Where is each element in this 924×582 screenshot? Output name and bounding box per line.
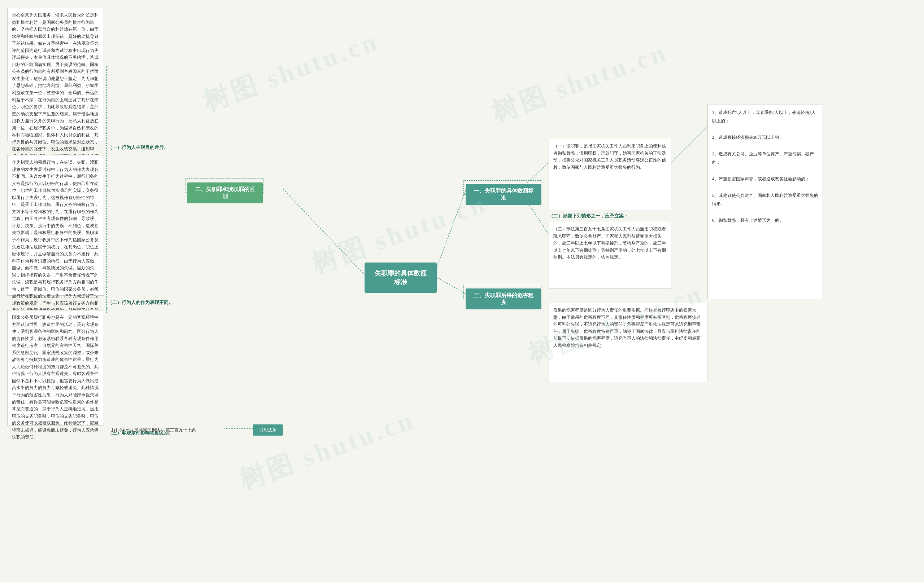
content-box-criminal-law: （三）刑法第三百九十七条国家机关工作人员滥用职权或者玩忽职守，致使公共财产、国家… xyxy=(549,222,672,288)
content-box-objective-conditions: 国家公务员履行职务也是在一定的客观环境中方面认识世界、改造世界的活动，受到客观条… xyxy=(7,310,104,426)
svg-line-6 xyxy=(436,191,465,270)
watermark-1: 树图 shutu.cn xyxy=(198,23,384,119)
svg-line-5 xyxy=(283,189,364,274)
central-node: 失职罪的具体数额标准 xyxy=(365,263,437,293)
content-box-action-difference: 作为指责人的积极行为，在失误、失职、渎职现象的发生发展过程中，行为人的作为表现各… xyxy=(7,155,104,296)
section-header-amount: 一、失职罪的具体数额标准 xyxy=(465,184,541,205)
section-header-difference: 二、失职罪和渎职罪的区别 xyxy=(187,182,263,203)
citation-bar: 引用法条 xyxy=(252,424,283,436)
svg-line-7 xyxy=(436,277,465,294)
sub-header-circumstances: （二）涉嫌下列情形之一，应予立案： xyxy=(549,213,629,219)
content-box-dereliction-def: （一）渎职罪，是指国家机关工作人员利用职务上的便利或者徇私舞弊，滥用职权，玩忽职… xyxy=(549,139,672,211)
content-box-harm-degree: 后果的危害程度是区分行为人责任的重要依据。同样是履行职务中的损害大意，由于后果的… xyxy=(549,303,708,382)
sub-header-subjective: （一）行为人主观目的差异。 xyxy=(107,144,168,151)
section-header-harm-degree: 三、失职罪后果的危害程度 xyxy=(465,288,541,309)
sub-header-action: （二）行为人的作为表现不同。 xyxy=(107,299,173,306)
content-box-subjective-purpose: 全心全意为人民服务，谋求人民群众的长远利益和根本利益，是国家公务员的根本行为目的… xyxy=(7,8,104,141)
svg-line-10 xyxy=(672,126,708,162)
content-box-list-items: 1、造成死亡1人以上，或者重伤2人以上，或者轻伤5人以上的； 2、造成直接经济损… xyxy=(708,105,823,299)
citation-text: [1]《中华人民共和国刑法》 第三百九十七条 xyxy=(112,427,196,434)
watermark-5: 树图 shutu.cn xyxy=(234,402,420,498)
watermark-2: 树图 shutu.cn xyxy=(487,34,672,130)
